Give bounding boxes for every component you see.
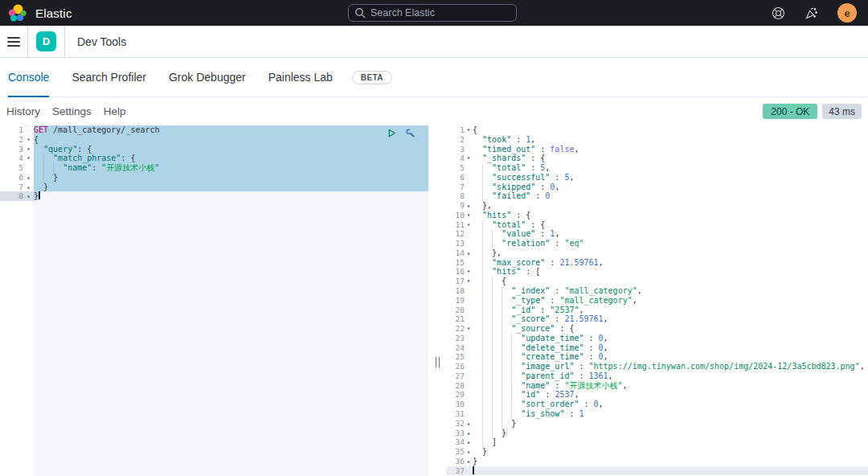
- code-text[interactable]: "total" : {: [473, 220, 868, 230]
- tab-search-profiler[interactable]: Search Profiler: [72, 58, 146, 96]
- code-line[interactable]: 5 "total" : 5,: [446, 163, 868, 173]
- code-line[interactable]: 10▾ "hits" : {: [446, 211, 868, 220]
- code-text[interactable]: "failed" : 0: [473, 191, 868, 201]
- code-line[interactable]: 18 "_index" : "mall_category",: [446, 286, 868, 296]
- fold-toggle-icon[interactable]: ▴: [23, 183, 34, 192]
- news-party-popper-icon[interactable]: [805, 6, 818, 20]
- code-text[interactable]: "skipped" : 0,: [473, 183, 868, 192]
- code-text[interactable]: "sort_order" : 0,: [473, 400, 868, 409]
- code-line[interactable]: 8▴}: [0, 191, 428, 201]
- code-line[interactable]: 20 "_id" : "2537",: [446, 306, 868, 315]
- code-text[interactable]: ]: [473, 437, 868, 447]
- fold-toggle-icon[interactable]: ▾: [465, 125, 473, 135]
- code-line[interactable]: 21 "_score" : 21.59761,: [446, 314, 868, 324]
- code-line[interactable]: 3 "timed_out" : false,: [446, 145, 868, 154]
- request-options-wrench-icon[interactable]: [405, 127, 416, 137]
- send-request-button[interactable]: [387, 127, 397, 137]
- panel-resizer[interactable]: [428, 125, 446, 476]
- fold-toggle-icon[interactable]: ▴: [465, 447, 473, 457]
- code-text[interactable]: "timed_out" : false,: [473, 145, 868, 154]
- elastic-logo-icon[interactable]: [8, 3, 27, 23]
- fold-toggle-icon[interactable]: ▴: [465, 429, 473, 438]
- code-text[interactable]: "update_time" : 0,: [473, 334, 868, 343]
- code-line[interactable]: 24 "delete_time" : 0,: [446, 343, 868, 353]
- code-line[interactable]: 12 "value" : 1,: [446, 229, 868, 239]
- help-lifebuoy-icon[interactable]: [772, 6, 785, 20]
- code-line[interactable]: 1GET /mall_category/_search: [0, 125, 428, 135]
- code-line[interactable]: 4▾ "_shards" : {: [446, 154, 868, 163]
- code-text[interactable]: "query": {: [34, 145, 428, 154]
- code-line[interactable]: 6▴ }: [0, 173, 428, 183]
- fold-toggle-icon[interactable]: ▴: [465, 437, 473, 447]
- code-line[interactable]: 7 "skipped" : 0,: [446, 183, 868, 192]
- fold-toggle-icon[interactable]: ▴: [465, 419, 473, 429]
- code-line[interactable]: 8 "failed" : 0: [446, 191, 868, 201]
- history-link[interactable]: History: [6, 105, 40, 117]
- fold-toggle-icon[interactable]: ▴: [23, 173, 34, 183]
- code-line[interactable]: 23 "update_time" : 0,: [446, 334, 868, 343]
- code-line[interactable]: 19 "_type" : "mall_category",: [446, 296, 868, 306]
- code-text[interactable]: {: [473, 125, 868, 135]
- fold-toggle-icon[interactable]: ▾: [465, 267, 473, 277]
- tab-painless-lab[interactable]: Painless Lab: [268, 58, 333, 96]
- fold-toggle-icon[interactable]: ▴: [465, 457, 473, 466]
- code-text[interactable]: "_index" : "mall_category",: [473, 286, 868, 296]
- code-line[interactable]: 33▴ }: [446, 429, 868, 438]
- resizer-handle-icon[interactable]: [436, 357, 440, 367]
- code-line[interactable]: 15 "max_score" : 21.59761,: [446, 258, 868, 268]
- code-line[interactable]: 2 "took" : 1,: [446, 135, 868, 145]
- code-text[interactable]: },: [473, 201, 868, 211]
- menu-hamburger-icon[interactable]: [0, 26, 27, 57]
- code-text[interactable]: "parent_id" : 1361,: [473, 371, 868, 381]
- fold-toggle-icon[interactable]: ▾: [23, 135, 34, 145]
- code-line[interactable]: 11▾ "total" : {: [446, 220, 868, 230]
- code-text[interactable]: "hits" : {: [473, 211, 868, 220]
- fold-toggle-icon[interactable]: ▾: [465, 211, 473, 220]
- code-line[interactable]: 22▾ "_source" : {: [446, 324, 868, 334]
- tab-console[interactable]: Console: [8, 58, 49, 96]
- code-text[interactable]: "name" : "开源技术小栈",: [473, 381, 868, 391]
- code-text[interactable]: }: [473, 457, 868, 466]
- devtools-app-badge[interactable]: D: [36, 31, 56, 51]
- user-avatar[interactable]: e: [837, 3, 857, 23]
- code-text[interactable]: }: [34, 173, 428, 183]
- fold-toggle-icon[interactable]: ▴: [465, 248, 473, 258]
- code-text[interactable]: "_type" : "mall_category",: [473, 296, 868, 306]
- code-line[interactable]: 9▴ },: [446, 201, 868, 211]
- fold-toggle-icon[interactable]: ▾: [465, 220, 473, 230]
- code-line[interactable]: 36▴}: [446, 457, 868, 466]
- code-text[interactable]: "_score" : 21.59761,: [473, 314, 868, 324]
- code-line[interactable]: 3▾ "query": {: [0, 145, 428, 154]
- code-line[interactable]: 26 "image_url" : "https://img.tinywan.co…: [446, 362, 868, 371]
- code-text[interactable]: }: [473, 419, 868, 429]
- code-text[interactable]: "image_url" : "https://img.tinywan.com/s…: [473, 362, 868, 371]
- code-text[interactable]: [473, 466, 868, 476]
- fold-toggle-icon[interactable]: ▾: [465, 277, 473, 286]
- code-text[interactable]: "successful" : 5,: [473, 173, 868, 183]
- code-line[interactable]: 30 "sort_order" : 0,: [446, 400, 868, 409]
- fold-toggle-icon[interactable]: ▾: [23, 145, 34, 154]
- code-line[interactable]: 28 "name" : "开源技术小栈",: [446, 381, 868, 391]
- code-text[interactable]: }: [34, 183, 428, 192]
- global-search-input[interactable]: [348, 4, 517, 22]
- request-editor[interactable]: 1GET /mall_category/_search2▾{3▾ "query"…: [0, 125, 428, 476]
- code-line[interactable]: 37: [446, 466, 868, 476]
- code-text[interactable]: "total" : 5,: [473, 163, 868, 173]
- code-text[interactable]: "create_time" : 0,: [473, 352, 868, 362]
- code-text[interactable]: "relation" : "eq": [473, 239, 868, 248]
- code-text[interactable]: "_shards" : {: [473, 154, 868, 163]
- code-line[interactable]: 29 "id" : 2537,: [446, 390, 868, 400]
- code-line[interactable]: 5 "name": "开源技术小栈": [0, 163, 428, 173]
- code-line[interactable]: 35▴ }: [446, 447, 868, 457]
- code-text[interactable]: }: [473, 429, 868, 438]
- fold-toggle-icon[interactable]: ▾: [465, 324, 473, 334]
- code-line[interactable]: 1▾{: [446, 125, 868, 135]
- code-text[interactable]: "delete_time" : 0,: [473, 343, 868, 353]
- code-text[interactable]: "_source" : {: [473, 324, 868, 334]
- code-line[interactable]: 7▴ }: [0, 183, 428, 192]
- fold-toggle-icon[interactable]: ▴: [23, 191, 34, 201]
- code-text[interactable]: {: [34, 135, 428, 145]
- code-line[interactable]: 2▾{: [0, 135, 428, 145]
- fold-toggle-icon[interactable]: ▾: [465, 154, 473, 163]
- code-text[interactable]: "max_score" : 21.59761,: [473, 258, 868, 268]
